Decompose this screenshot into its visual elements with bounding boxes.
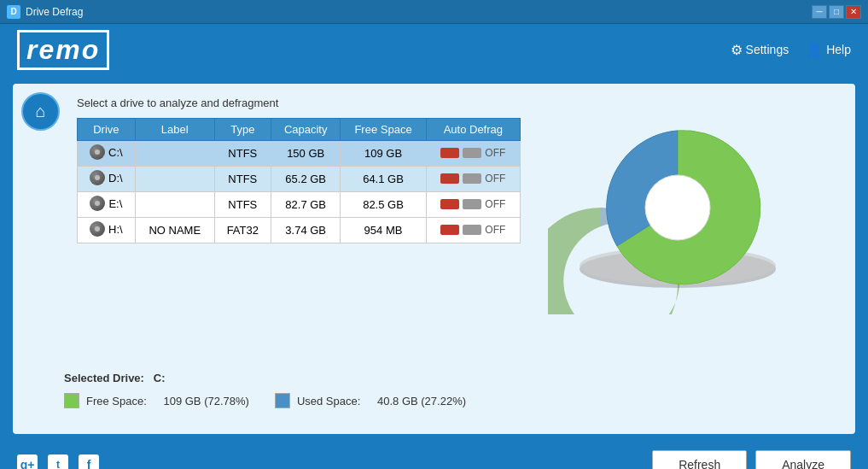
app-title: Drive Defrag [26,6,812,18]
social-icons: g+ t f [17,454,99,470]
drive-cell: D:\ [78,167,136,192]
minimize-button[interactable]: ─ [812,5,827,19]
freespace-cell: 64.1 GB [341,167,426,192]
col-label: Label [135,119,214,141]
type-cell: NTFS [214,167,271,192]
section-title: Select a drive to analyze and defragment [77,97,842,109]
capacity-cell: 82.7 GB [271,192,340,218]
col-freespace: Free Space [341,119,426,141]
free-space-value: 109 GB (72.78%) [163,395,248,407]
col-autodefrag: Auto Defrag [426,119,520,141]
type-cell: FAT32 [214,218,271,243]
col-type: Type [214,119,271,141]
svg-point-3 [645,175,710,240]
close-button[interactable]: ✕ [846,5,861,19]
type-cell: NTFS [214,192,271,218]
label-cell [135,167,214,192]
bottom-bar: g+ t f Refresh Analyze [0,443,868,469]
capacity-cell: 150 GB [271,141,340,167]
google-plus-icon[interactable]: g+ [17,454,38,470]
home-icon: ⌂ [35,102,45,121]
window-controls: ─ □ ✕ [812,5,861,19]
settings-icon: ⚙ [731,42,743,58]
label-cell: NO NAME [135,218,214,243]
main-content: ⌂ Select a drive to analyze and defragme… [13,84,855,434]
drive-cell: C:\ [78,141,136,167]
freespace-cell: 954 MB [341,218,426,243]
free-space-legend: Free Space: 109 GB (72.78%) [64,393,249,408]
drive-table: Drive Label Type Capacity Free Space Aut… [77,118,521,243]
col-drive: Drive [78,119,136,141]
twitter-icon[interactable]: t [48,454,68,470]
table-row[interactable]: C:\ NTFS150 GB109 GB OFF [78,141,521,167]
app-logo: remo [17,30,109,70]
settings-nav-item[interactable]: ⚙ Settings [731,42,789,58]
help-nav-item[interactable]: 👤 Help [806,42,851,58]
used-space-color [275,393,290,408]
autodefrag-cell[interactable]: OFF [426,218,520,243]
free-space-color [64,393,79,408]
title-bar: D Drive Defrag ─ □ ✕ [0,0,868,24]
freespace-cell: 109 GB [341,141,426,167]
top-bar: remo ⚙ Settings 👤 Help [0,24,868,75]
maximize-button[interactable]: □ [829,5,844,19]
donut-chart-svg [548,118,804,314]
label-cell [135,192,214,218]
table-row[interactable]: E:\ NTFS82.7 GB82.5 GB OFF [78,192,521,218]
facebook-icon[interactable]: f [79,454,99,470]
capacity-cell: 65.2 GB [271,167,340,192]
selected-drive-value: C: [154,372,166,384]
legend-items: Free Space: 109 GB (72.78%) Used Space: … [64,393,838,408]
free-space-label: Free Space: [86,395,147,407]
selected-drive-info: Selected Drive: C: [64,372,838,384]
capacity-cell: 3.74 GB [271,218,340,243]
table-row[interactable]: D:\ NTFS65.2 GB64.1 GB OFF [78,167,521,192]
col-capacity: Capacity [271,119,340,141]
chart-legend: Selected Drive: C: Free Space: 109 GB (7… [64,372,838,408]
help-label: Help [826,43,851,56]
autodefrag-cell[interactable]: OFF [426,167,520,192]
help-icon: 👤 [806,42,823,58]
freespace-cell: 82.5 GB [341,192,426,218]
refresh-button[interactable]: Refresh [652,450,747,470]
top-navigation: ⚙ Settings 👤 Help [731,42,851,58]
disk-chart [548,118,821,357]
drive-cell: E:\ [78,192,136,218]
autodefrag-cell[interactable]: OFF [426,141,520,167]
label-cell [135,141,214,167]
type-cell: NTFS [214,141,271,167]
analyze-button[interactable]: Analyze [755,450,851,470]
selected-drive-prefix: Selected Drive: [64,372,144,384]
autodefrag-cell[interactable]: OFF [426,192,520,218]
used-space-label: Used Space: [297,395,360,407]
app-icon: D [7,5,20,19]
home-button[interactable]: ⌂ [21,92,60,131]
used-space-legend: Used Space: 40.8 GB (27.22%) [275,393,466,408]
drive-cell: H:\ [78,218,136,243]
settings-label: Settings [746,43,789,56]
used-space-value: 40.8 GB (27.22%) [377,395,466,407]
table-row[interactable]: H:\ NO NAMEFAT323.74 GB954 MB OFF [78,218,521,243]
action-buttons: Refresh Analyze [652,450,851,470]
